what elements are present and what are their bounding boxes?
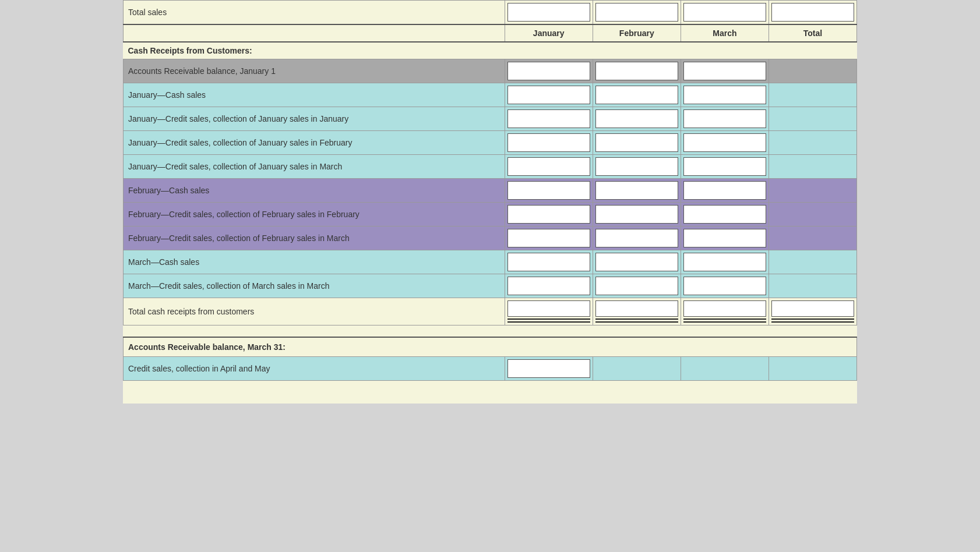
mar-credit-mar-mar-input[interactable] [683,277,766,295]
header-label-cell [124,24,505,42]
feb-cash-row: February—Cash sales [124,179,857,203]
feb-credit-mar-jan-input[interactable] [507,229,590,247]
feb-credit-feb-jan-input[interactable] [507,205,590,224]
jan-credit-jan-jan-input[interactable] [507,109,590,128]
mar-credit-mar-feb-cell [593,274,681,298]
jan-credit-jan-mar-input[interactable] [683,109,766,128]
total-cash-label: Total cash receipts from customers [124,298,505,325]
feb-credit-feb-feb-input[interactable] [595,205,678,224]
jan-cash-feb-input[interactable] [595,86,678,104]
jan-cash-row: January—Cash sales [124,83,857,107]
total-cash-mar-cell [681,298,769,325]
mar-cash-jan-input[interactable] [507,253,590,271]
jan-credit-jan-feb-cell [593,107,681,131]
ar-balance-mar-input[interactable] [683,62,766,80]
ar-balance-feb-cell [593,59,681,83]
cash-receipts-heading: Cash Receipts from Customers: [124,42,857,59]
jan-credit-mar-feb-cell [593,155,681,179]
total-sales-total-cell [769,1,856,25]
feb-credit-mar-mar-input[interactable] [683,229,766,247]
feb-cash-mar-cell [681,179,769,203]
credit-april-may-total-cell [769,356,856,380]
total-sales-label: Total sales [124,1,505,25]
credit-april-may-mar-cell [681,356,769,380]
total-sales-feb-input[interactable] [595,3,678,22]
jan-cash-mar-cell [681,83,769,107]
feb-credit-feb-label: February—Credit sales, collection of Feb… [124,203,505,227]
feb-credit-feb-feb-cell [593,203,681,227]
jan-cash-label: January—Cash sales [124,83,505,107]
feb-cash-total-cell [769,179,856,203]
jan-credit-jan-mar-cell [681,107,769,131]
jan-credit-mar-row: January—Credit sales, collection of Janu… [124,155,857,179]
jan-credit-mar-feb-input[interactable] [595,157,678,176]
total-cash-receipts-row: Total cash receipts from customers [124,298,857,325]
ar-balance-jan-cell [505,59,593,83]
spacer-row-1 [124,325,857,337]
credit-april-may-jan-input[interactable] [507,359,590,378]
mar-cash-feb-input[interactable] [595,253,678,271]
spacer-row-2 [124,380,857,404]
ar-balance-feb-input[interactable] [595,62,678,80]
feb-cash-jan-input[interactable] [507,181,590,200]
total-sales-total-input[interactable] [771,3,854,22]
mar-credit-mar-feb-input[interactable] [595,277,678,295]
cash-receipts-heading-row: Cash Receipts from Customers: [124,42,857,59]
jan-cash-total-cell [769,83,856,107]
jan-credit-mar-total-cell [769,155,856,179]
feb-credit-feb-total-cell [769,203,856,227]
jan-credit-jan-row: January—Credit sales, collection of Janu… [124,107,857,131]
jan-credit-feb-feb-cell [593,131,681,155]
mar-credit-mar-row: March—Credit sales, collection of March … [124,274,857,298]
feb-credit-mar-feb-input[interactable] [595,229,678,247]
mar-cash-jan-cell [505,250,593,274]
mar-cash-mar-input[interactable] [683,253,766,271]
mar-credit-mar-jan-cell [505,274,593,298]
ar-balance-jan-input[interactable] [507,62,590,80]
jan-credit-jan-feb-input[interactable] [595,109,678,128]
jan-credit-feb-label: January—Credit sales, collection of Janu… [124,131,505,155]
mar-credit-mar-total-cell [769,274,856,298]
mar-credit-mar-jan-input[interactable] [507,277,590,295]
header-total: Total [769,24,856,42]
mar-cash-feb-cell [593,250,681,274]
jan-credit-mar-jan-input[interactable] [507,157,590,176]
jan-credit-feb-total-cell [769,131,856,155]
jan-credit-feb-mar-input[interactable] [683,133,766,152]
jan-cash-jan-input[interactable] [507,86,590,104]
jan-credit-jan-label: January—Credit sales, collection of Janu… [124,107,505,131]
feb-credit-feb-jan-cell [505,203,593,227]
feb-credit-mar-total-cell [769,227,856,250]
total-sales-jan-input[interactable] [507,3,590,22]
feb-cash-feb-input[interactable] [595,181,678,200]
ar-balance-total-cell [769,59,856,83]
jan-cash-jan-cell [505,83,593,107]
jan-credit-mar-mar-input[interactable] [683,157,766,176]
total-sales-feb-cell [593,1,681,25]
page-wrapper: Total sales January February March Total [123,0,857,404]
jan-cash-mar-input[interactable] [683,86,766,104]
total-sales-jan-cell [505,1,593,25]
feb-credit-mar-mar-cell [681,227,769,250]
feb-credit-mar-label: February—Credit sales, collection of Feb… [124,227,505,250]
jan-cash-feb-cell [593,83,681,107]
feb-credit-feb-mar-cell [681,203,769,227]
jan-credit-feb-mar-cell [681,131,769,155]
spacer-cell-2 [124,380,857,404]
ar-march31-heading-row: Accounts Receivable balance, March 31: [124,337,857,357]
jan-credit-feb-feb-input[interactable] [595,133,678,152]
feb-credit-feb-mar-input[interactable] [683,205,766,224]
total-sales-mar-cell [681,1,769,25]
total-sales-mar-input[interactable] [683,3,766,22]
jan-credit-feb-jan-input[interactable] [507,133,590,152]
total-cash-jan-cell [505,298,593,325]
feb-cash-jan-cell [505,179,593,203]
main-table: Total sales January February March Total [123,0,857,404]
feb-cash-mar-input[interactable] [683,181,766,200]
header-march: March [681,24,769,42]
mar-cash-label: March—Cash sales [124,250,505,274]
total-cash-total-cell [769,298,856,325]
feb-credit-mar-row: February—Credit sales, collection of Feb… [124,227,857,250]
jan-credit-mar-jan-cell [505,155,593,179]
credit-april-may-feb-cell [593,356,681,380]
